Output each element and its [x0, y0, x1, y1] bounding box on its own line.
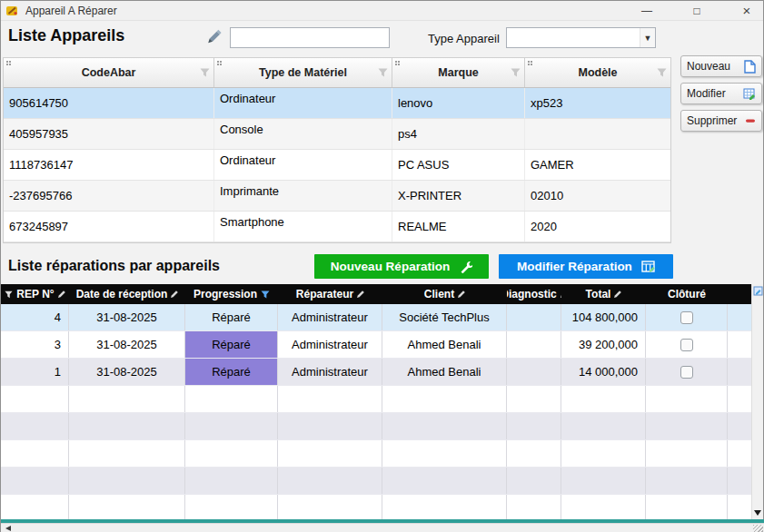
device-cell-type: Console	[214, 119, 392, 149]
cloture-checkbox[interactable]	[680, 339, 693, 351]
repair-cell-rep-n	[1, 440, 69, 467]
delete-minus-icon	[745, 115, 756, 126]
maximize-button[interactable]: □	[690, 2, 704, 20]
repairs-header-bar: Liste réparations par appareils Nouveau …	[1, 252, 763, 281]
repair-cell-rep-n	[1, 413, 69, 439]
repair-cell-spacer	[728, 331, 753, 358]
repair-row[interactable]	[1, 440, 753, 468]
repair-row[interactable]	[1, 495, 753, 520]
vertical-scrollbar[interactable]	[751, 284, 763, 520]
device-cell-modele: xp523	[525, 88, 670, 118]
scroll-left-arrow-icon[interactable]	[5, 526, 11, 531]
repair-cell-progression	[185, 495, 278, 520]
scroll-down-arrow-icon[interactable]	[754, 510, 761, 516]
repair-cell-spacer	[728, 468, 753, 494]
nouveau-reparation-button[interactable]: Nouveau Réparation	[314, 254, 489, 279]
repairs-col-header-reparateur[interactable]: Réparateur	[278, 284, 382, 304]
devices-col-header-codeabar[interactable]: CodeAbar	[4, 58, 214, 87]
edit-pencil-icon	[58, 291, 65, 298]
window-controls: — □ ×	[640, 2, 763, 20]
device-row[interactable]: 1118736147 Ordinateur PC ASUS GAMER	[4, 150, 670, 181]
filter-funnel-icon[interactable]	[378, 68, 388, 77]
filter-funnel-icon[interactable]	[511, 68, 521, 77]
devices-col-header-modele[interactable]: Modèle	[525, 58, 670, 87]
devices-col-header-marque[interactable]: Marque	[392, 58, 525, 87]
repair-cell-client	[382, 440, 507, 467]
repair-cell-progression	[185, 440, 278, 467]
repairs-col-header-diagnostic[interactable]: Diagnostic	[507, 284, 561, 304]
modifier-reparation-button[interactable]: Modifier Réparation	[499, 254, 673, 279]
repair-cell-total	[561, 440, 646, 467]
device-cell-codeabar: -237695766	[4, 181, 214, 211]
repairs-col-header-client[interactable]: Client	[382, 284, 507, 304]
devices-col-header-type[interactable]: Type de Matériel	[214, 58, 392, 87]
device-cell-type: Ordinateur	[214, 150, 392, 180]
repair-cell-cloture	[646, 413, 728, 439]
device-row[interactable]: 405957935 Console ps4	[4, 119, 670, 150]
nouveau-button[interactable]: Nouveau	[680, 55, 762, 77]
new-document-icon	[744, 60, 756, 74]
cloture-checkbox[interactable]	[680, 366, 693, 379]
device-row[interactable]: 673245897 Smartphone REALME 2020	[4, 212, 670, 242]
repair-cell-cloture	[646, 468, 728, 494]
repair-cell-reparateur	[278, 468, 382, 494]
device-cell-codeabar: 673245897	[4, 212, 214, 241]
repair-cell-diagnostic	[507, 413, 561, 439]
repair-cell-spacer	[728, 359, 753, 385]
close-button[interactable]: ×	[739, 2, 754, 20]
filter-funnel-icon[interactable]	[5, 291, 13, 299]
drag-dots-icon	[528, 61, 530, 63]
chevron-down-icon[interactable]: ▼	[640, 28, 655, 47]
repairs-col-header-spacer	[728, 284, 753, 304]
resize-grip[interactable]	[753, 525, 763, 532]
repairs-col-header-cloture[interactable]: Clôturé	[646, 284, 728, 304]
filter-funnel-icon[interactable]	[657, 68, 667, 77]
repair-cell-progression	[185, 468, 278, 494]
device-cell-codeabar: 405957935	[4, 119, 214, 149]
device-cell-modele: GAMER	[525, 150, 670, 180]
device-row[interactable]: 905614750 Ordinateur lenovo xp523	[4, 88, 670, 119]
device-cell-modele: 2020	[525, 212, 670, 241]
supprimer-button[interactable]: Supprimer	[680, 110, 762, 132]
repair-cell-progression	[185, 386, 278, 412]
repair-row[interactable]: 3 31-08-2025 Réparé Administrateur Ahmed…	[1, 331, 753, 359]
device-cell-marque: ps4	[392, 119, 525, 149]
device-cell-marque: PC ASUS	[392, 150, 525, 180]
codeabar-input[interactable]	[230, 27, 390, 48]
repairs-col-header-total[interactable]: Total	[561, 284, 646, 304]
repair-row[interactable]	[1, 413, 753, 440]
repair-cell-client: Société TechPlus	[382, 304, 507, 330]
repairs-col-header-rep-n[interactable]: REP N°	[1, 284, 69, 304]
repair-cell-rep-n: 1	[1, 359, 69, 385]
repair-row[interactable]: 4 31-08-2025 Réparé Administrateur Socié…	[1, 304, 753, 331]
repair-row[interactable]: 1 31-08-2025 Réparé Administrateur Ahmed…	[1, 359, 753, 386]
repair-cell-diagnostic	[507, 468, 561, 494]
repairs-col-header-date[interactable]: Date de réception	[69, 284, 185, 304]
active-filter-funnel-icon[interactable]	[261, 291, 270, 299]
devices-grid-header: CodeAbar Type de Matériel Marque Modèle	[4, 58, 670, 88]
device-cell-type: Ordinateur	[214, 88, 392, 118]
filter-funnel-icon[interactable]	[200, 68, 210, 77]
edit-pencil-icon	[171, 291, 178, 298]
repair-cell-date	[69, 440, 185, 467]
repair-cell-client	[382, 413, 507, 439]
repair-row[interactable]	[1, 386, 753, 413]
device-cell-modele	[525, 119, 670, 149]
device-row[interactable]: -237695766 Imprimante X-PRINTER 02010	[4, 181, 670, 212]
minimize-button[interactable]: —	[640, 2, 654, 20]
repairs-col-header-progression[interactable]: Progression	[185, 284, 278, 304]
horizontal-scrollbar[interactable]	[1, 523, 764, 532]
modifier-button[interactable]: Modifier	[680, 83, 762, 104]
repair-cell-rep-n	[1, 495, 69, 520]
edit-table-icon	[641, 261, 655, 272]
repair-cell-spacer	[728, 413, 753, 439]
device-cell-type: Imprimante	[214, 181, 392, 211]
cloture-checkbox[interactable]	[680, 311, 693, 324]
drag-dots-icon	[395, 61, 397, 63]
grid-customize-icon[interactable]	[753, 286, 763, 296]
type-appareil-combobox[interactable]: ▼	[506, 27, 656, 48]
repair-row[interactable]	[1, 468, 753, 495]
repair-cell-spacer	[728, 440, 753, 467]
device-cell-marque: X-PRINTER	[392, 181, 525, 211]
repair-cell-total	[561, 413, 646, 439]
